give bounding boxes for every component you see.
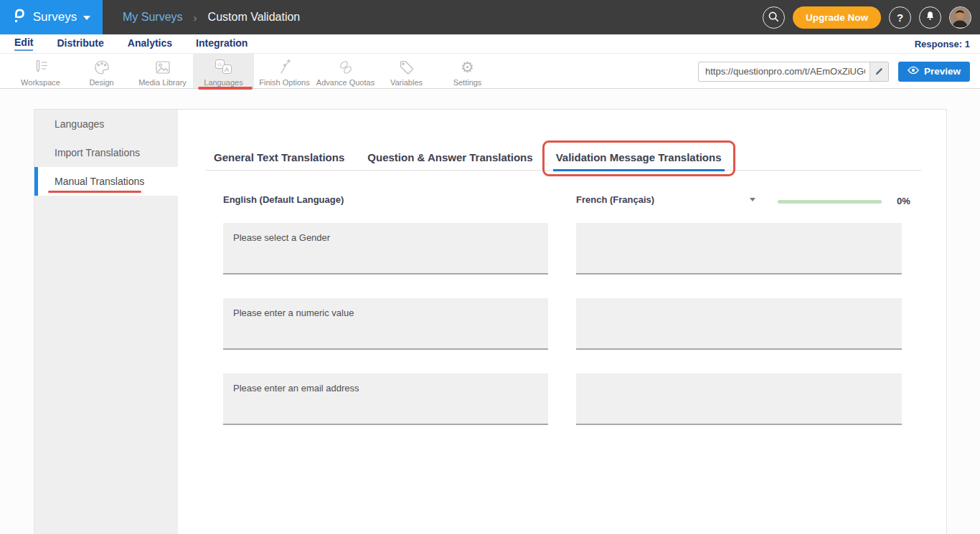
nav-tab-distribute[interactable]: Distribute: [57, 37, 103, 50]
sidebar-item-manual-translations[interactable]: Manual Translations: [34, 167, 178, 196]
questionpro-logo-icon: [12, 6, 27, 28]
target-translation-input[interactable]: [576, 223, 902, 275]
workspace-icon: [10, 58, 71, 77]
toolbar-item-workspace[interactable]: Workspace: [10, 54, 71, 88]
edit-toolbar: Workspace Design Media Library Languages: [0, 54, 980, 89]
language-columns-header: English (Default Language) French (Franç…: [178, 194, 946, 210]
product-name: Surveys: [33, 10, 77, 24]
top-bar: Surveys My Surveys › Custom Validation U…: [0, 0, 980, 34]
preview-button[interactable]: Preview: [898, 62, 970, 82]
toolbar-right: Preview: [698, 54, 970, 89]
nav-tab-integration[interactable]: Integration: [196, 37, 248, 50]
annotation-underline-manual-translations: [48, 191, 141, 193]
tab-label: Validation Message Translations: [556, 151, 722, 163]
edit-url-button[interactable]: [870, 62, 888, 81]
product-switcher[interactable]: Surveys: [0, 0, 103, 34]
languages-icon: [193, 58, 254, 77]
tab-validation-message-translations[interactable]: Validation Message Translations: [547, 146, 730, 170]
source-message-text: Please enter an email address: [223, 373, 548, 425]
design-icon: [71, 58, 132, 77]
notifications-button[interactable]: [919, 6, 941, 29]
question-mark-icon: ?: [897, 11, 903, 24]
settings-gear-icon: [437, 58, 498, 77]
pencil-icon: [875, 67, 884, 76]
toolbar-label: Media Library: [132, 78, 193, 87]
nav-tab-analytics[interactable]: Analytics: [128, 37, 172, 50]
target-translation-input[interactable]: [576, 373, 902, 425]
languages-sidebar: Languages Import Translations Manual Tra…: [34, 110, 178, 534]
translation-row: Please enter an email address: [223, 373, 902, 425]
translation-tabs: General Text Translations Question & Ans…: [205, 146, 921, 171]
bell-icon: [924, 10, 936, 24]
target-translation-input[interactable]: [576, 298, 902, 350]
target-language-dropdown[interactable]: French (Français): [576, 194, 755, 205]
search-icon: [767, 10, 780, 25]
advance-quotas-icon: [315, 58, 376, 77]
breadcrumb-my-surveys[interactable]: My Surveys: [123, 11, 183, 24]
survey-url-input[interactable]: [698, 62, 889, 82]
toolbar-item-finish-options[interactable]: Finish Options: [254, 54, 315, 88]
source-language-label: English (Default Language): [223, 194, 344, 205]
breadcrumb: My Surveys › Custom Validation: [123, 11, 300, 24]
nav-tab-edit[interactable]: Edit: [14, 37, 33, 51]
survey-section-nav: Edit Distribute Analytics Integration Re…: [0, 34, 980, 54]
chevron-down-icon: [750, 198, 755, 201]
upgrade-now-button[interactable]: Upgrade Now: [793, 6, 881, 29]
toolbar-item-advance-quotas[interactable]: Advance Quotas: [315, 54, 376, 88]
response-count[interactable]: Response: 1: [915, 39, 970, 49]
source-message-text: Please select a Gender: [223, 223, 548, 275]
topbar-actions: Upgrade Now ?: [763, 0, 971, 34]
preview-label: Preview: [924, 66, 961, 77]
eye-icon: [908, 66, 919, 77]
toolbar-label: Languages: [193, 78, 254, 87]
tab-general-text-translations[interactable]: General Text Translations: [205, 146, 353, 170]
app-root: Surveys My Surveys › Custom Validation U…: [0, 0, 980, 534]
source-message-text: Please enter a numeric value: [223, 298, 548, 350]
breadcrumb-separator-icon: ›: [194, 11, 197, 24]
manual-translations-content: General Text Translations Question & Ans…: [178, 110, 946, 534]
toolbar-label: Finish Options: [254, 78, 315, 87]
translation-row: Please enter a numeric value: [223, 298, 902, 350]
sidebar-item-languages[interactable]: Languages: [34, 110, 178, 138]
toolbar-item-settings[interactable]: Settings: [437, 54, 498, 88]
chevron-down-icon: [83, 16, 90, 20]
media-library-icon: [132, 58, 193, 77]
toolbar-label: Workspace: [10, 78, 71, 87]
translation-progress-percent: 0%: [897, 196, 910, 206]
sidebar-item-label: Manual Translations: [55, 176, 144, 187]
annotation-underline-languages: [198, 87, 253, 90]
target-language-label: French (Français): [576, 194, 654, 205]
variables-icon: [376, 58, 437, 77]
toolbar-item-media-library[interactable]: Media Library: [132, 54, 193, 88]
translation-progress-bar: [778, 200, 882, 204]
search-button[interactable]: [763, 6, 785, 29]
sidebar-item-import-translations[interactable]: Import Translations: [34, 138, 178, 167]
toolbar-label: Variables: [376, 78, 437, 87]
toolbar-label: Design: [71, 78, 132, 87]
toolbar-item-languages[interactable]: Languages: [193, 54, 254, 88]
finish-options-icon: [254, 58, 315, 77]
user-avatar[interactable]: [949, 6, 971, 29]
help-button[interactable]: ?: [889, 6, 911, 29]
toolbar-item-design[interactable]: Design: [71, 54, 132, 88]
breadcrumb-current: Custom Validation: [208, 11, 301, 24]
survey-url-field: [698, 62, 889, 82]
translation-row: Please select a Gender: [223, 223, 902, 275]
toolbar-label: Advance Quotas: [315, 78, 376, 87]
toolbar-label: Settings: [437, 78, 498, 87]
toolbar-item-variables[interactable]: Variables: [376, 54, 437, 88]
tab-question-answer-translations[interactable]: Question & Answer Translations: [359, 146, 541, 170]
languages-panel: Languages Import Translations Manual Tra…: [34, 109, 947, 534]
